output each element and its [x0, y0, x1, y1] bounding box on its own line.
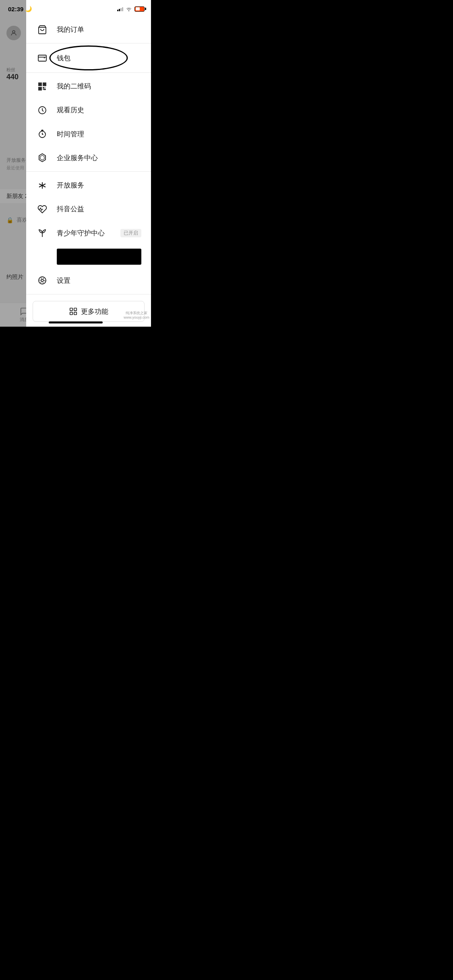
status-bar: 02:39 🌙: [0, 0, 151, 18]
headset-icon: [36, 250, 49, 263]
svg-rect-14: [39, 88, 41, 89]
divider-1: [26, 43, 151, 43]
svg-point-24: [40, 278, 45, 283]
wallet-wrapper: 钱包: [26, 45, 151, 71]
youth-label: 青少年守护中心: [57, 229, 117, 238]
svg-rect-26: [74, 308, 77, 311]
charity-label: 抖音公益: [57, 204, 141, 214]
history-label: 观看历史: [57, 105, 141, 115]
moon-icon: 🌙: [25, 6, 32, 12]
wallet-label: 钱包: [57, 54, 141, 63]
svg-marker-18: [40, 155, 44, 160]
menu-panel: 我的订单 钱包: [26, 0, 151, 327]
youth-badge: 已开启: [120, 229, 141, 237]
menu-item-openservice[interactable]: 开放服务: [26, 173, 151, 197]
menu-item-charity[interactable]: 抖音公益: [26, 197, 151, 221]
timer-icon: [36, 128, 49, 140]
enterprise-label: 企业服务中心: [57, 153, 141, 163]
settings-label: 设置: [57, 276, 141, 285]
menu-item-wallet[interactable]: 钱包: [26, 45, 151, 71]
openservice-label: 开放服务: [57, 181, 141, 190]
qrcode-icon: [36, 80, 49, 93]
heart-monitor-icon: [36, 203, 49, 216]
time-label: 时间管理: [57, 130, 141, 139]
svg-rect-13: [44, 84, 45, 85]
wifi-icon: [126, 6, 132, 11]
menu-item-enterprise[interactable]: 企业服务中心: [26, 146, 151, 170]
more-functions-label: 更多功能: [81, 307, 108, 316]
hexagon-icon: [36, 151, 49, 164]
battery-icon: [134, 6, 145, 12]
menu-item-headset[interactable]: [26, 245, 151, 269]
signal-icon: [117, 6, 123, 11]
watermark: 纯净系统之家www.youyji.com: [124, 311, 149, 320]
wallet-icon: [36, 51, 49, 64]
svg-rect-25: [70, 308, 72, 311]
svg-rect-27: [70, 312, 72, 315]
svg-rect-8: [38, 55, 46, 61]
svg-rect-12: [39, 84, 41, 85]
divider-2: [26, 72, 151, 73]
divider-3: [26, 171, 151, 172]
svg-rect-28: [74, 312, 77, 315]
menu-item-settings[interactable]: 设置: [26, 269, 151, 292]
home-indicator: [49, 321, 103, 323]
menu-item-time[interactable]: 时间管理: [26, 122, 151, 146]
sprout-icon: [36, 226, 49, 239]
status-icons: [117, 6, 145, 12]
menu-item-orders[interactable]: 我的订单: [26, 18, 151, 41]
qrcode-label: 我的二维码: [57, 82, 141, 91]
status-time: 02:39: [8, 6, 23, 12]
orders-label: 我的订单: [57, 25, 141, 34]
redacted-content: [57, 249, 141, 265]
menu-item-qrcode[interactable]: 我的二维码: [26, 74, 151, 98]
menu-item-youth[interactable]: 青少年守护中心 已开启: [26, 221, 151, 245]
svg-point-22: [41, 279, 43, 282]
asterisk-icon: [36, 179, 49, 192]
clock-icon: [36, 104, 49, 117]
divider-4: [26, 294, 151, 294]
menu-item-history[interactable]: 观看历史: [26, 98, 151, 122]
settings-icon: [36, 274, 49, 287]
grid-icon: [69, 307, 78, 316]
cart-icon: [36, 23, 49, 36]
